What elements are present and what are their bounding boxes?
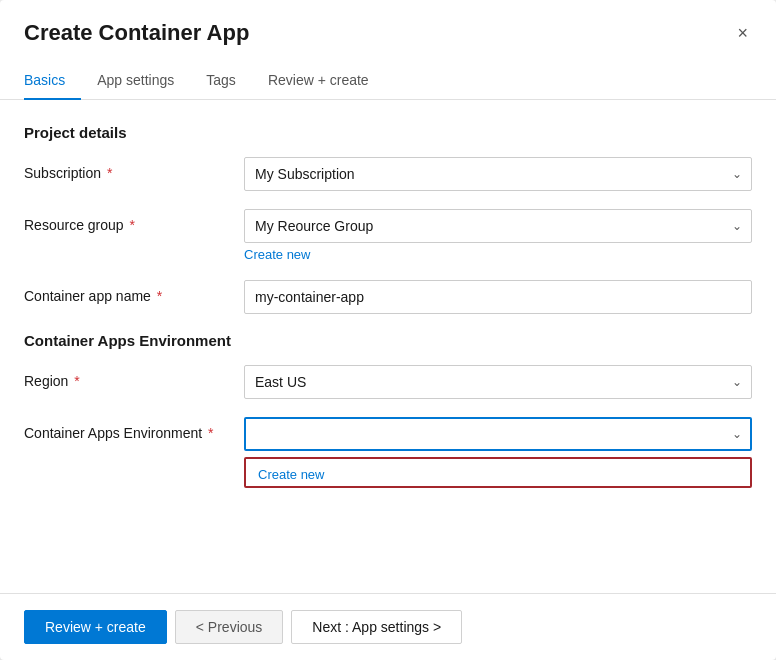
subscription-label: Subscription: [24, 165, 101, 181]
subscription-select-wrapper: My Subscription ⌄: [244, 157, 752, 191]
container-app-name-label: Container app name: [24, 288, 151, 304]
project-details-title: Project details: [24, 124, 752, 141]
region-label: Region: [24, 373, 68, 389]
region-row: Region * East US ⌄: [24, 365, 752, 399]
region-select[interactable]: East US: [244, 365, 752, 399]
resource-group-select[interactable]: My Reource Group: [244, 209, 752, 243]
create-container-app-dialog: Create Container App × Basics App settin…: [0, 0, 776, 660]
dialog-title: Create Container App: [24, 20, 249, 46]
subscription-row: Subscription * My Subscription ⌄: [24, 157, 752, 191]
resource-group-required: *: [126, 217, 135, 233]
review-create-button[interactable]: Review + create: [24, 610, 167, 644]
tab-tags[interactable]: Tags: [190, 62, 252, 100]
resource-group-row: Resource group * My Reource Group ⌄ Crea…: [24, 209, 752, 262]
resource-group-select-wrapper: My Reource Group ⌄: [244, 209, 752, 243]
tab-bar: Basics App settings Tags Review + create: [0, 62, 776, 100]
environment-create-new-link[interactable]: Create new: [258, 467, 324, 482]
environment-label: Container Apps Environment: [24, 425, 202, 441]
environment-row: Container Apps Environment * ⌄ Create ne…: [24, 417, 752, 488]
environment-select-wrapper: ⌄: [244, 417, 752, 451]
subscription-required: *: [103, 165, 112, 181]
dialog-body: Project details Subscription * My Subscr…: [0, 100, 776, 569]
tab-app-settings[interactable]: App settings: [81, 62, 190, 100]
project-details-section: Project details Subscription * My Subscr…: [24, 124, 752, 314]
container-app-name-required: *: [153, 288, 162, 304]
environment-required: *: [204, 425, 213, 441]
tab-basics[interactable]: Basics: [24, 62, 81, 100]
tab-review-create[interactable]: Review + create: [252, 62, 385, 100]
previous-button[interactable]: < Previous: [175, 610, 284, 644]
resource-group-label: Resource group: [24, 217, 124, 233]
environment-select[interactable]: [244, 417, 752, 451]
dialog-footer: Review + create < Previous Next : App se…: [0, 593, 776, 660]
container-app-name-row: Container app name *: [24, 280, 752, 314]
dialog-header: Create Container App ×: [0, 0, 776, 46]
container-apps-env-title: Container Apps Environment: [24, 332, 752, 349]
next-button[interactable]: Next : App settings >: [291, 610, 462, 644]
container-apps-env-section: Container Apps Environment Region * East…: [24, 332, 752, 488]
resource-group-create-new-link[interactable]: Create new: [244, 247, 752, 262]
close-button[interactable]: ×: [733, 20, 752, 46]
region-required: *: [70, 373, 79, 389]
container-app-name-input[interactable]: [244, 280, 752, 314]
region-select-wrapper: East US ⌄: [244, 365, 752, 399]
environment-create-new-box: Create new: [244, 457, 752, 488]
subscription-select[interactable]: My Subscription: [244, 157, 752, 191]
